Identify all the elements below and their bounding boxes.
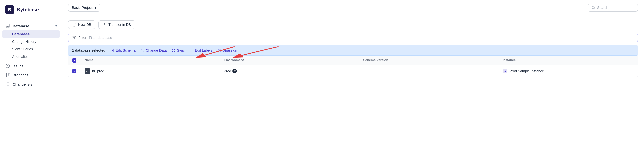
new-db-label: New DB — [78, 23, 91, 27]
row-name: >_ hr_prod — [80, 68, 220, 74]
row-instance: Prod Sample Instance — [499, 69, 638, 74]
transfer-icon — [103, 23, 107, 27]
instance-icon — [503, 69, 508, 74]
issues-icon — [5, 63, 10, 68]
sidebar-item-databases[interactable]: Databases — [2, 30, 60, 38]
bytebase-logo-icon: B — [5, 5, 14, 14]
change-data-button[interactable]: Change Data — [141, 48, 167, 52]
database-nav-section: Database ▾ Databases Change History Slow… — [0, 21, 62, 60]
edit-labels-label: Edit Labels — [195, 48, 212, 52]
filter-icon — [72, 36, 76, 39]
table-row[interactable]: ✓ >_ hr_prod Prod 🛡 — [68, 65, 638, 77]
svg-point-13 — [592, 6, 594, 9]
selection-bar: 1 database selected Edit Schema Change D… — [68, 45, 638, 56]
prod-badge: Prod 🛡 — [224, 69, 237, 73]
svg-point-5 — [8, 73, 9, 74]
new-db-button[interactable]: New DB — [68, 20, 95, 29]
change-data-icon — [141, 49, 144, 52]
new-db-icon — [72, 23, 76, 27]
unassign-icon — [217, 49, 221, 52]
sidebar-item-slow-queries[interactable]: Slow Queries — [0, 45, 62, 53]
table-header: ✓ Name Environment Schema Version Instan… — [68, 56, 638, 65]
sync-label: Sync — [177, 48, 185, 52]
edit-labels-button[interactable]: Edit Labels — [190, 48, 212, 52]
header-schema-version: Schema Version — [359, 58, 499, 63]
sidebar-navigation: Database ▾ Databases Change History Slow… — [0, 18, 62, 166]
edit-schema-icon — [110, 49, 114, 52]
edit-schema-button[interactable]: Edit Schema — [110, 48, 135, 52]
svg-point-15 — [73, 23, 76, 24]
header-name: Name — [80, 58, 220, 63]
row-environment: Prod 🛡 — [220, 69, 359, 73]
change-data-label: Change Data — [146, 48, 167, 52]
svg-marker-17 — [73, 36, 76, 39]
svg-line-14 — [594, 8, 595, 9]
sidebar-item-changelists[interactable]: Changelists — [0, 79, 62, 89]
row-select-checkbox[interactable]: ✓ — [72, 69, 76, 73]
search-icon — [592, 6, 595, 9]
toolbar: New DB Transfer in DB — [68, 20, 638, 29]
check-icon: ✓ — [73, 59, 76, 62]
header-checkbox-col: ✓ — [68, 58, 80, 63]
row-checkbox[interactable]: ✓ — [68, 69, 80, 73]
search-box[interactable]: Search — [588, 4, 638, 12]
project-selector-chevron: ▾ — [95, 6, 96, 10]
edit-labels-icon — [190, 49, 193, 52]
table-section: 1 database selected Edit Schema Change D… — [68, 45, 638, 77]
database-table: ✓ Name Environment Schema Version Instan… — [68, 56, 638, 77]
svg-point-6 — [6, 75, 7, 77]
db-terminal-icon: >_ — [85, 68, 90, 74]
filter-input-placeholder: Filter database — [89, 36, 112, 40]
edit-schema-label: Edit Schema — [116, 48, 135, 52]
project-selector-label: Basic Project — [72, 6, 93, 10]
header-environment: Environment — [220, 58, 359, 63]
selection-count: 1 database selected — [72, 48, 105, 52]
filter-bar[interactable]: Filter Filter database — [68, 33, 638, 42]
sidebar-item-change-history[interactable]: Change History — [0, 38, 62, 45]
security-shield-icon: 🛡 — [232, 69, 237, 73]
branches-icon — [5, 72, 10, 77]
sync-icon — [172, 49, 175, 52]
svg-point-22 — [504, 71, 506, 72]
search-placeholder: Search — [597, 6, 608, 10]
database-group-label: Database — [13, 24, 29, 28]
project-selector[interactable]: Basic Project ▾ — [68, 4, 100, 12]
unassign-button[interactable]: Unassign — [217, 48, 237, 52]
svg-point-2 — [6, 24, 9, 25]
sidebar-item-issues[interactable]: Issues — [0, 61, 62, 70]
header-instance: Instance — [499, 58, 638, 63]
database-icon — [5, 23, 10, 28]
filter-label: Filter — [78, 36, 86, 40]
transfer-in-label: Transfer in DB — [108, 23, 131, 27]
sync-button[interactable]: Sync — [172, 48, 185, 52]
sidebar: B Bytebase Database ▾ Databases C — [0, 0, 62, 166]
logo-area: B Bytebase — [0, 0, 62, 18]
select-all-checkbox[interactable]: ✓ — [72, 58, 76, 63]
unassign-label: Unassign — [223, 48, 237, 52]
logo-text: Bytebase — [17, 7, 39, 13]
database-chevron-icon: ▾ — [55, 24, 57, 28]
svg-text:B: B — [8, 7, 11, 12]
row-check-icon: ✓ — [73, 70, 76, 73]
sidebar-item-branches[interactable]: Branches — [0, 70, 62, 79]
main-content: Basic Project ▾ Search New DB — [62, 0, 644, 166]
sidebar-item-anomalies[interactable]: Anomalies — [0, 53, 62, 60]
content-area: New DB Transfer in DB Filter Filter data… — [62, 15, 644, 166]
database-nav-group[interactable]: Database ▾ — [0, 21, 62, 30]
changelists-icon — [5, 81, 10, 87]
transfer-in-button[interactable]: Transfer in DB — [98, 20, 135, 29]
topbar: Basic Project ▾ Search — [62, 0, 644, 15]
